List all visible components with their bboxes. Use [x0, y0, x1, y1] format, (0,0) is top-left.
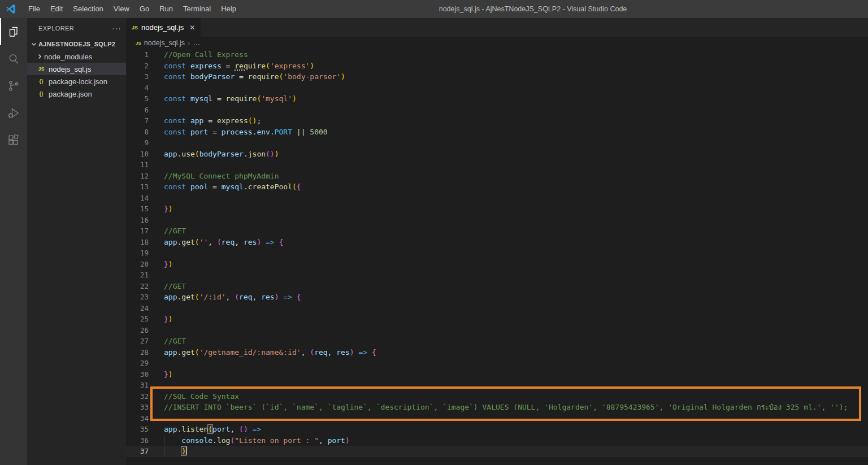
code-line: 17//GET: [126, 225, 868, 237]
code-line: 35app.listen(port, () =>: [126, 424, 868, 435]
sidebar-item-package-json[interactable]: {} package.json: [27, 88, 126, 100]
menu-terminal[interactable]: Terminal: [178, 0, 216, 18]
code-line: 27//GET: [126, 336, 868, 347]
line-number: 3: [126, 71, 149, 82]
line-number: 36: [126, 435, 149, 446]
code-line: 12//MySQL Connect phpMyAdmin: [126, 171, 868, 182]
explorer-header-title: EXPLORER: [38, 25, 74, 32]
tab-nodejs-sql-js[interactable]: JS nodejs_sql.js ✕: [126, 18, 201, 37]
chevron-right-icon: [35, 53, 44, 60]
line-number: 35: [126, 424, 149, 435]
vscode-window: File Edit Selection View Go Run Terminal…: [0, 0, 868, 465]
line-number: 20: [126, 259, 149, 270]
json-file-icon: {}: [36, 79, 46, 84]
line-number: 18: [126, 237, 149, 248]
line-number: 9: [126, 137, 149, 149]
line-number: 8: [126, 127, 149, 138]
title-bar: File Edit Selection View Go Run Terminal…: [0, 0, 868, 18]
code-line: 1//Open Call Express: [126, 49, 868, 60]
line-number: 2: [126, 60, 149, 72]
line-number: 6: [126, 105, 149, 116]
js-file-icon: JS: [132, 25, 138, 31]
code-line: 16: [126, 215, 868, 226]
sidebar-item-package-lock-json[interactable]: {} package-lock.json: [27, 75, 126, 88]
code-line: 25}): [126, 314, 868, 325]
sidebar-item-root-folder[interactable]: AJNESTNODEJS_SQLP2: [27, 38, 126, 50]
code-line: 13const pool = mysql.createPool({: [126, 181, 868, 193]
line-number: 4: [126, 82, 149, 94]
explorer-icon[interactable]: [0, 18, 27, 45]
code-line: 22//GET: [126, 281, 868, 292]
line-number: 25: [126, 314, 149, 325]
breadcrumb-separator-icon: ›: [188, 39, 190, 47]
code-line: 32//SQL Code Syntax: [126, 391, 868, 402]
source-control-icon[interactable]: [0, 72, 27, 99]
line-number: 22: [126, 281, 149, 292]
close-icon[interactable]: ✕: [189, 24, 195, 32]
line-number: 13: [126, 181, 149, 193]
explorer-sidebar: EXPLORER ··· AJNESTNODEJS_SQLP2 node_mod…: [27, 18, 126, 465]
code-line: 28app.get('/getname_id/:name&:id', (req,…: [126, 347, 868, 358]
line-number: 19: [126, 247, 149, 259]
run-and-debug-icon[interactable]: [0, 99, 27, 127]
line-number: 28: [126, 347, 149, 358]
line-number: 30: [126, 369, 149, 380]
file-label: package.json: [49, 90, 92, 98]
code-line: 24: [126, 303, 868, 314]
code-line: 15}): [126, 203, 868, 215]
json-file-icon: {}: [36, 91, 46, 97]
line-number: 31: [126, 380, 149, 391]
line-number: 7: [126, 115, 149, 127]
explorer-actions-icon[interactable]: ···: [112, 24, 121, 33]
code-line: 14: [126, 193, 868, 204]
tab-bar: JS nodejs_sql.js ✕: [126, 18, 868, 37]
sidebar-item-node-modules[interactable]: node_modules: [27, 50, 126, 63]
line-number: 29: [126, 358, 149, 369]
tab-label: nodejs_sql.js: [141, 23, 184, 32]
code-line: 30}): [126, 369, 868, 380]
menu-run[interactable]: Run: [154, 0, 178, 18]
code-editor[interactable]: 1//Open Call Express2const express = req…: [126, 49, 868, 465]
menu-view[interactable]: View: [108, 0, 134, 18]
code-line: 5const mysql = require('mysql'): [126, 93, 868, 105]
code-lines: 1//Open Call Express2const express = req…: [126, 49, 868, 457]
file-label: nodejs_sql.js: [49, 65, 91, 73]
line-number: 10: [126, 149, 149, 160]
menu-help[interactable]: Help: [216, 0, 241, 18]
code-line: 2const express = require('express'): [126, 60, 868, 72]
code-line: 20}): [126, 259, 868, 270]
code-line: 8const port = process.env.PORT || 5000: [126, 127, 868, 138]
line-number: 16: [126, 215, 149, 226]
file-label: package-lock.json: [49, 77, 107, 86]
line-number: 27: [126, 336, 149, 347]
code-line: 4: [126, 82, 868, 94]
code-line: 18app.get('', (req, res) => {: [126, 237, 868, 248]
code-line: 34: [126, 413, 868, 424]
code-line: 7const app = express();: [126, 115, 868, 127]
chevron-down-icon: [29, 41, 38, 47]
code-line: 21: [126, 270, 868, 281]
editor-group: JS nodejs_sql.js ✕ JS nodejs_sql.js › … …: [126, 18, 868, 465]
line-number: 15: [126, 203, 149, 215]
menu-edit[interactable]: Edit: [45, 0, 68, 18]
line-number: 1: [126, 49, 149, 60]
line-number: 17: [126, 225, 149, 237]
menu-selection[interactable]: Selection: [68, 0, 108, 18]
code-line: 3const bodyParser = require('body-parser…: [126, 71, 868, 82]
code-line: 11: [126, 159, 868, 171]
code-line: 31: [126, 380, 868, 391]
line-number: 34: [126, 413, 149, 424]
sidebar-item-nodejs-sql-js[interactable]: JS nodejs_sql.js: [27, 63, 126, 75]
menu-file[interactable]: File: [23, 0, 45, 18]
js-file-icon: JS: [36, 66, 46, 72]
code-line: 6: [126, 105, 868, 116]
search-icon[interactable]: [0, 45, 27, 72]
extensions-icon[interactable]: [0, 127, 27, 154]
code-line: 19: [126, 247, 868, 259]
line-number: 11: [126, 159, 149, 171]
line-number: 32: [126, 391, 149, 402]
breadcrumb-file[interactable]: nodejs_sql.js: [144, 39, 185, 47]
breadcrumb-symbol[interactable]: …: [193, 39, 200, 47]
menu-go[interactable]: Go: [134, 0, 154, 18]
js-file-icon: JS: [136, 41, 141, 46]
